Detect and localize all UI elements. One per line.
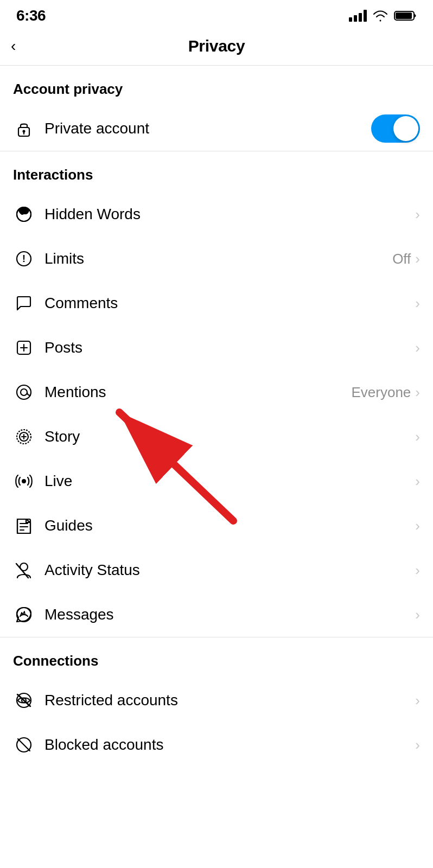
status-bar: 6:36 (0, 0, 433, 29)
comments-label: Comments (44, 295, 415, 312)
activity-status-label: Activity Status (44, 561, 415, 579)
hidden-words-label: Hidden Words (44, 206, 415, 223)
messages-icon (13, 604, 41, 626)
wifi-icon (372, 10, 389, 22)
messages-chevron: › (415, 607, 420, 623)
activity-status-chevron: › (415, 562, 420, 579)
activity-status-icon (13, 559, 41, 581)
blocked-accounts-row[interactable]: Blocked accounts › (0, 723, 433, 767)
story-label: Story (44, 428, 415, 445)
toggle-thumb (393, 116, 418, 141)
limits-icon: ! (13, 248, 41, 270)
posts-label: Posts (44, 339, 415, 356)
interactions-section: Interactions Hidden Words › ! Limi (0, 151, 433, 637)
restricted-icon (13, 690, 41, 711)
limits-chevron: › (415, 251, 420, 267)
connections-title: Connections (0, 637, 433, 678)
svg-line-32 (17, 694, 30, 706)
account-privacy-section: Account privacy Private account (0, 66, 433, 151)
svg-point-15 (21, 389, 27, 395)
connections-section: Connections Restricted accounts › Blocke… (0, 637, 433, 767)
svg-rect-1 (396, 12, 412, 19)
mentions-row[interactable]: Mentions Everyone › (0, 370, 433, 414)
mentions-label: Mentions (44, 384, 351, 401)
lock-icon (13, 118, 41, 139)
private-account-row[interactable]: Private account (0, 106, 433, 151)
mentions-value: Everyone (351, 384, 411, 401)
svg-line-34 (18, 739, 30, 751)
battery-icon (394, 10, 417, 22)
svg-text:!: ! (22, 253, 26, 264)
posts-icon (13, 337, 41, 359)
blocked-icon (13, 734, 41, 756)
mentions-icon (13, 381, 41, 403)
hidden-words-icon (13, 203, 41, 225)
hidden-words-chevron: › (415, 206, 420, 223)
guides-chevron: › (415, 518, 420, 534)
restricted-accounts-label: Restricted accounts (44, 692, 415, 709)
guides-row[interactable]: Guides › (0, 503, 433, 548)
limits-row[interactable]: ! Limits Off › (0, 237, 433, 281)
interactions-title: Interactions (0, 151, 433, 192)
story-chevron: › (415, 429, 420, 445)
status-time: 6:36 (16, 7, 46, 24)
back-button[interactable]: ‹ (11, 39, 16, 54)
limits-label: Limits (44, 250, 392, 267)
live-chevron: › (415, 473, 420, 490)
posts-chevron: › (415, 340, 420, 356)
comments-chevron: › (415, 295, 420, 312)
blocked-accounts-label: Blocked accounts (44, 736, 415, 754)
restricted-accounts-chevron: › (415, 692, 420, 709)
hidden-words-row[interactable]: Hidden Words › (0, 192, 433, 237)
limits-value: Off (392, 251, 411, 267)
signal-icon (349, 10, 367, 22)
blocked-accounts-chevron: › (415, 737, 420, 754)
mentions-chevron: › (415, 384, 420, 401)
messages-row[interactable]: Messages › (0, 592, 433, 637)
story-icon (13, 426, 41, 448)
guides-label: Guides (44, 517, 415, 534)
guides-icon (13, 515, 41, 537)
header: ‹ Privacy (0, 29, 433, 66)
status-icons (349, 10, 417, 22)
live-label: Live (44, 473, 415, 490)
posts-row[interactable]: Posts › (0, 326, 433, 370)
account-privacy-title: Account privacy (0, 66, 433, 106)
live-row[interactable]: Live › (0, 459, 433, 503)
svg-point-14 (17, 385, 31, 399)
restricted-accounts-row[interactable]: Restricted accounts › (0, 678, 433, 723)
private-account-toggle[interactable] (371, 114, 420, 143)
messages-label: Messages (44, 606, 415, 623)
comments-icon (13, 292, 41, 314)
live-icon (13, 470, 41, 492)
page-title: Privacy (188, 37, 245, 55)
activity-status-row[interactable]: Activity Status › (0, 548, 433, 592)
story-row[interactable]: Story › (0, 414, 433, 459)
svg-point-21 (22, 479, 26, 483)
comments-row[interactable]: Comments › (0, 281, 433, 326)
private-account-label: Private account (44, 120, 371, 137)
